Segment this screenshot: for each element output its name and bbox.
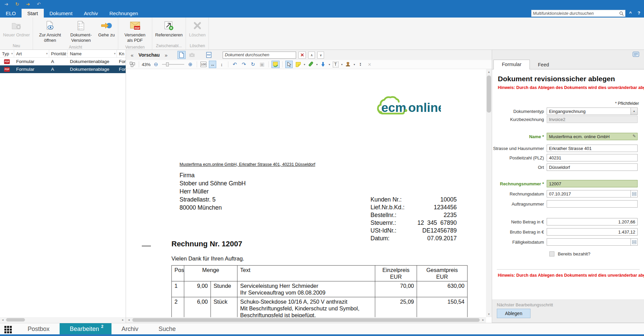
- column-header-art[interactable]: Art ▾: [14, 50, 49, 57]
- scrollbar-thumb[interactable]: [487, 75, 491, 113]
- document-search-input[interactable]: [225, 53, 294, 57]
- text-tool-caret-icon[interactable]: ▾: [341, 63, 343, 66]
- zoom-100-button[interactable]: 100: [200, 61, 207, 68]
- save-view-icon[interactable]: ▣: [258, 61, 266, 68]
- task-list-hscrollbar[interactable]: ◄ ►: [0, 317, 126, 323]
- zoom-slider-handle[interactable]: [166, 62, 169, 66]
- scroll-left-icon[interactable]: ◄: [126, 317, 132, 323]
- sticky-note-caret-icon[interactable]: ▾: [304, 63, 305, 66]
- scroll-down-icon[interactable]: ▼: [486, 311, 492, 317]
- send-as-pdf-button[interactable]: PDF Versenden als PDF: [120, 19, 151, 44]
- zoom-out-icon[interactable]: ⊖: [152, 61, 160, 68]
- bereits-bezahlt-checkbox[interactable]: [549, 251, 554, 256]
- zoom-in-icon[interactable]: ⊕: [187, 61, 194, 68]
- strasse-field[interactable]: [547, 145, 638, 152]
- thumbnail-panel-icon[interactable]: [129, 61, 136, 68]
- text-tool-button[interactable]: T: [332, 61, 339, 68]
- tab-start[interactable]: Start: [22, 9, 44, 18]
- search-previous-button[interactable]: ∧: [308, 52, 315, 59]
- collapse-left-icon[interactable]: «: [130, 52, 134, 58]
- help-icon[interactable]: ?: [638, 10, 640, 16]
- goto-button[interactable]: Gehe zu: [96, 19, 116, 38]
- undo-icon[interactable]: ↶: [36, 1, 42, 7]
- faelligkeitsdatum-field[interactable]: [547, 238, 638, 246]
- forward-icon[interactable]: ➔: [3, 1, 9, 7]
- tab-elo[interactable]: ELO: [0, 9, 22, 18]
- chevron-down-icon[interactable]: ▾: [631, 108, 637, 115]
- tab-archiv[interactable]: Archiv: [78, 9, 104, 18]
- scrollbar-thumb[interactable]: [6, 318, 25, 322]
- delete-button[interactable]: Löschen: [187, 19, 207, 38]
- column-header-name[interactable]: Name ▾: [68, 50, 117, 57]
- zoom-slider[interactable]: [162, 62, 184, 67]
- preview-hscrollbar[interactable]: ◄ ►: [126, 317, 486, 323]
- fit-width-button[interactable]: ↔: [209, 61, 216, 68]
- stamp-caret-icon[interactable]: ▾: [354, 63, 355, 66]
- sync-icon[interactable]: ↻: [14, 1, 20, 7]
- arrow-stamp-tool-button[interactable]: [319, 61, 327, 68]
- collapse-ribbon-icon[interactable]: ^: [629, 10, 632, 16]
- dokumententyp-select[interactable]: [547, 108, 638, 115]
- view-tab-bearbeiten[interactable]: Bearbeiten 2: [60, 323, 111, 335]
- ribbon-search-input[interactable]: [533, 11, 619, 16]
- marker-tool-button[interactable]: [307, 61, 314, 68]
- close-annotation-toolbar-icon[interactable]: ✕: [366, 61, 373, 68]
- table-row[interactable]: PDF Formular A Dokumentenablage Form: [0, 58, 126, 65]
- sticky-note-tool-button[interactable]: [294, 61, 302, 68]
- tab-rechnungen[interactable]: Rechnungen: [104, 9, 144, 18]
- scroll-up-icon[interactable]: ▲: [486, 69, 492, 75]
- clear-search-button[interactable]: ✕: [298, 52, 306, 59]
- sort-icon[interactable]: ▾: [10, 52, 13, 55]
- photo-view-button[interactable]: [188, 51, 196, 59]
- rotate-left-icon[interactable]: ↶: [231, 61, 238, 68]
- show-annotations-button[interactable]: [271, 61, 280, 68]
- tab-dokument[interactable]: Dokument: [44, 9, 78, 18]
- view-tab-postbox[interactable]: Postbox: [18, 323, 60, 335]
- rotate-page-icon[interactable]: ↻: [249, 61, 257, 68]
- expand-right-icon[interactable]: »: [164, 52, 168, 58]
- pdf-view-button[interactable]: PDF: [205, 51, 213, 59]
- document-preview[interactable]: ecm online Musterfirma ecm.online GmbH, …: [126, 69, 486, 317]
- scrollbar-thumb[interactable]: [132, 318, 480, 322]
- open-view-button[interactable]: Zur Ansicht öffnen: [34, 19, 65, 44]
- rechnungsdatum-field[interactable]: [547, 190, 638, 197]
- new-folder-button[interactable]: Neuer Ordner: [1, 19, 31, 38]
- view-tab-archiv[interactable]: Archiv: [111, 323, 149, 335]
- ablegen-button[interactable]: Ablegen: [497, 309, 530, 318]
- calendar-icon[interactable]: [631, 190, 637, 197]
- pointer-tool-button[interactable]: [285, 61, 293, 68]
- scroll-right-icon[interactable]: ►: [120, 318, 126, 322]
- sort-icon[interactable]: ▾: [114, 52, 116, 55]
- tab-feed[interactable]: Feed: [530, 60, 557, 69]
- plz-field[interactable]: [547, 154, 638, 161]
- sort-icon[interactable]: ▾: [45, 52, 48, 55]
- preview-vscrollbar[interactable]: ▲ ▼: [486, 69, 492, 317]
- scroll-left-icon[interactable]: ◄: [0, 318, 5, 322]
- open-in-icon[interactable]: ➔: [25, 1, 31, 7]
- reference-button[interactable]: Referenzieren: [154, 19, 185, 38]
- netto-field[interactable]: [547, 218, 638, 225]
- column-header-prioritaet[interactable]: Priorität ▾: [49, 50, 68, 57]
- search-icon[interactable]: [619, 11, 624, 16]
- arrow-stamp-caret-icon[interactable]: ▾: [329, 63, 330, 66]
- document-versions-button[interactable]: 3 2 1 Dokument-Versionen: [65, 19, 96, 44]
- search-next-button[interactable]: ∨: [317, 52, 324, 59]
- column-header-kn[interactable]: Kn: [117, 50, 126, 57]
- rechnungsnummer-field[interactable]: [547, 180, 638, 187]
- view-tab-suche[interactable]: Suche: [149, 323, 186, 335]
- panel-layout-icon[interactable]: [633, 52, 639, 58]
- views-grid-icon[interactable]: [4, 326, 12, 333]
- stamp-tool-button[interactable]: [344, 61, 352, 68]
- more-tools-icon[interactable]: ▾▾: [357, 61, 364, 68]
- ort-field[interactable]: [547, 163, 638, 171]
- column-header-typ[interactable]: Typ ▾: [0, 50, 14, 57]
- marker-caret-icon[interactable]: ▾: [316, 63, 318, 66]
- rotate-right-icon[interactable]: ↷: [240, 61, 248, 68]
- scroll-right-icon[interactable]: ►: [480, 317, 486, 323]
- pencil-icon[interactable]: ✎: [633, 134, 636, 139]
- table-row-selected[interactable]: PDF Formular A Dokumentenablage Form: [0, 65, 126, 73]
- auftragsnummer-field[interactable]: [547, 200, 638, 208]
- fit-page-button[interactable]: ↕: [218, 61, 225, 68]
- brutto-field[interactable]: [547, 228, 638, 236]
- tab-formular[interactable]: Formular: [493, 60, 530, 69]
